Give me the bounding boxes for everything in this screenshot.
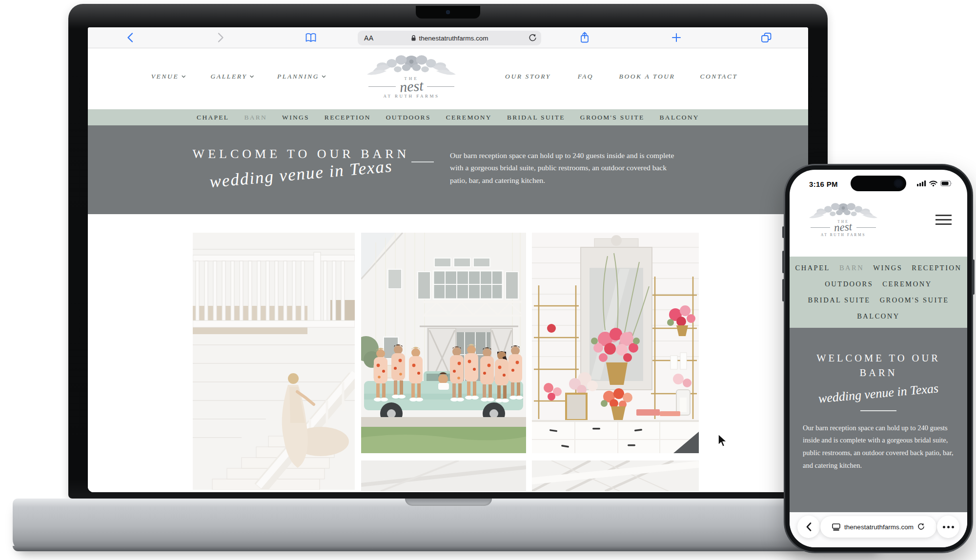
subnav-outdoors[interactable]: OUTDOORS (386, 114, 431, 121)
phone-url-bar[interactable]: thenestatruthfarms.com (820, 516, 936, 538)
flourish-line (856, 227, 876, 228)
photo-gallery (88, 214, 808, 492)
photo-barn-truck-bridesmaids (361, 233, 526, 453)
phone-power-button (973, 260, 975, 295)
laptop-base (13, 499, 884, 551)
hero-section: WELCOME TO OUR BARN wedding venue in Tex… (88, 125, 808, 214)
flourish-line (368, 86, 396, 87)
webpage-desktop: VENUE GALLERY PLANNING (88, 49, 808, 492)
hero-divider (860, 410, 896, 411)
nav-contact[interactable]: CONTACT (700, 73, 737, 80)
subnav-reception[interactable]: RECEPTION (325, 114, 371, 121)
wifi-icon (929, 180, 937, 186)
subnav-grooms-suite[interactable]: GROOM'S SUITE (880, 296, 949, 304)
nav-venue[interactable]: VENUE (151, 73, 186, 80)
photo-florals-mirror (532, 233, 699, 453)
hamburger-menu-icon[interactable] (935, 215, 952, 228)
back-icon[interactable] (127, 33, 133, 43)
laptop-camera (446, 10, 450, 14)
nav-gallery[interactable]: GALLERY (211, 73, 254, 80)
chevron-down-icon (249, 75, 254, 78)
chevron-down-icon (322, 75, 326, 78)
laptop-notch (416, 6, 480, 19)
subnav-bridal-suite[interactable]: BRIDAL SUITE (808, 296, 871, 304)
subnav-chapel[interactable]: CHAPEL (795, 264, 830, 272)
nav-book-a-tour[interactable]: BOOK A TOUR (619, 73, 675, 80)
share-icon[interactable] (580, 32, 590, 44)
flourish-line (811, 227, 830, 228)
cellular-signal-icon (917, 180, 926, 186)
reload-icon (917, 523, 925, 531)
phone-more-button[interactable] (937, 516, 959, 538)
flourish-line (427, 86, 454, 87)
hero-paragraph: Our barn reception space can hold up to … (450, 149, 683, 186)
subnav-bridal-suite[interactable]: BRIDAL SUITE (507, 114, 565, 121)
sidebar-book-icon[interactable] (305, 33, 317, 43)
subnav-ceremony[interactable]: CEREMONY (882, 280, 932, 288)
nav-faq[interactable]: FAQ (578, 73, 593, 80)
hero-paragraph: Our barn reception space can hold up to … (803, 422, 954, 472)
phone-front-camera (894, 179, 903, 188)
phone-back-button[interactable] (797, 516, 820, 538)
hero-title: WELCOME TO OUR BARN (805, 328, 952, 380)
phone-url-text: thenestatruthfarms.com (844, 523, 914, 531)
photo-bride-staircase (193, 233, 355, 490)
subnav-ceremony[interactable]: CEREMONY (446, 114, 492, 121)
subnav-balcony[interactable]: BALCONY (660, 114, 699, 121)
phone-body: 3:16 PM (785, 165, 972, 552)
subnav-bar: CHAPEL BARN WINGS RECEPTION OUTDOORS CER… (88, 109, 808, 125)
phone-subnav: CHAPEL BARN WINGS RECEPTION OUTDOORS CER… (790, 257, 967, 328)
subnav-wings[interactable]: WINGS (282, 114, 309, 121)
subnav-grooms-suite[interactable]: GROOM'S SUITE (580, 114, 645, 121)
phone-bottom-bar: thenestatruthfarms.com (790, 512, 967, 547)
nav-our-story[interactable]: OUR STORY (505, 73, 551, 80)
laptop: AA thenestatruthfarms.com (68, 4, 828, 499)
subnav-barn[interactable]: BARN (839, 264, 864, 272)
forward-icon[interactable] (218, 33, 224, 43)
photo-partial-center (361, 460, 526, 491)
lock-icon (411, 35, 416, 41)
site-logo[interactable]: THE nest AT RUTH FARMS (355, 49, 468, 99)
phone-screen: 3:16 PM (790, 170, 967, 547)
logo-name: nest (399, 77, 424, 95)
phone-site-logo[interactable]: THE nest AT RUTH FARMS (802, 198, 884, 237)
hero-divider (411, 161, 434, 162)
mouse-cursor (717, 434, 728, 448)
mockup-stage: AA thenestatruthfarms.com (0, 0, 976, 560)
phone-volume-down-button (782, 279, 784, 301)
safari-toolbar: AA thenestatruthfarms.com (88, 27, 808, 48)
phone: 3:16 PM (784, 164, 973, 553)
battery-icon (940, 180, 953, 186)
dynamic-island (851, 176, 906, 191)
chevron-down-icon (181, 75, 185, 78)
ellipsis-icon (943, 526, 954, 528)
laptop-base-edge (13, 546, 884, 551)
back-icon (806, 522, 812, 531)
webpage-icon (832, 523, 840, 531)
logo-name: nest (834, 220, 853, 235)
subnav-balcony[interactable]: BALCONY (857, 312, 900, 320)
tabs-overview-icon[interactable] (760, 32, 773, 43)
laptop-lid-scoop (405, 499, 492, 506)
hero-script: wedding venue in Texas (816, 380, 940, 408)
url-bar[interactable]: AA thenestatruthfarms.com (358, 31, 541, 45)
subnav-chapel[interactable]: CHAPEL (197, 114, 229, 121)
photo-partial-ceiling (532, 460, 699, 491)
phone-volume-up-button (782, 251, 784, 273)
phone-action-button (782, 226, 784, 238)
subnav-wings[interactable]: WINGS (873, 264, 902, 272)
laptop-screen: AA thenestatruthfarms.com (88, 27, 808, 492)
subnav-barn[interactable]: BARN (244, 114, 267, 121)
subnav-outdoors[interactable]: OUTDOORS (825, 280, 873, 288)
reload-icon[interactable] (529, 34, 537, 44)
phone-hero-section: WELCOME TO OUR BARN wedding venue in Tex… (790, 328, 967, 515)
site-header: VENUE GALLERY PLANNING (88, 49, 808, 109)
url-text: thenestatruthfarms.com (419, 35, 488, 42)
phone-status-time: 3:16 PM (809, 180, 838, 188)
nav-planning[interactable]: PLANNING (277, 73, 326, 80)
subnav-reception[interactable]: RECEPTION (912, 264, 961, 272)
new-tab-icon[interactable] (671, 33, 681, 42)
